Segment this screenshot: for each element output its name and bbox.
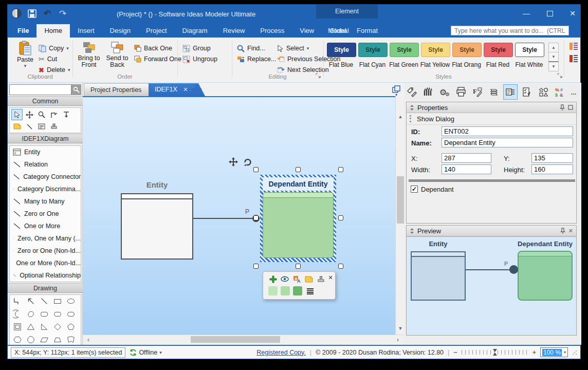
menu-process[interactable]: Process [252,24,292,38]
x-field[interactable] [442,153,491,163]
zoom-slider[interactable] [462,350,528,355]
editing-dialog-launcher[interactable] [315,72,322,80]
section-header-idef1x[interactable]: IDEF1XDiagram [8,134,83,143]
move-handle-icon[interactable] [229,157,238,166]
menu-home[interactable]: Home [36,24,70,38]
entity-shape[interactable] [121,193,193,260]
close-button[interactable]: ✕ [565,8,580,19]
section-header-common[interactable]: Common [8,96,83,106]
toolbox-search-input[interactable] [9,84,71,95]
copy-button[interactable]: Copy▾ [39,44,69,53]
dependant-entity-shape[interactable] [263,192,334,258]
shape-triangle-tool[interactable] [25,321,37,333]
style-set-icon[interactable] [569,42,578,51]
palette-item-category-connector[interactable]: Category Connector [10,171,81,183]
duplicate-view-icon[interactable]: ▾ [392,85,405,99]
replace-button[interactable]: Replace... [237,54,276,64]
menu-project[interactable]: Project [138,24,174,38]
resize-grip[interactable] [572,350,577,355]
name-field[interactable] [442,138,573,147]
properties-panel-header[interactable]: Properties [407,102,576,113]
menu-review[interactable]: Review [215,24,253,38]
send-to-back-button[interactable]: Send to Back [104,41,130,68]
command-search-input[interactable] [451,26,569,35]
toolbox-search-button[interactable] [71,84,81,95]
menu-view[interactable]: View [292,24,322,38]
shape-rectangle-tool[interactable] [51,295,64,307]
style-swatch-flat-white[interactable]: Style [515,43,544,57]
panel-splitter[interactable] [409,179,575,182]
tag-edit-icon[interactable] [405,84,419,100]
shape-polyline-tool[interactable] [11,295,24,307]
maximize-panel-icon[interactable] [568,105,573,110]
shape-banner-tool[interactable] [65,334,77,346]
style-swatch-flat-yellow[interactable]: Style [421,43,450,57]
width-field[interactable] [442,164,491,174]
canvas-vertical-scrollbar[interactable]: ▲ ▼ [395,96,405,335]
section-header-drawing[interactable]: Drawing [8,283,83,293]
offline-status[interactable]: Offline ▾ [130,349,161,356]
menu-design[interactable]: Design [102,24,138,38]
show-dialog-button[interactable]: Show Dialog [407,113,576,125]
relationship-connector[interactable] [193,218,256,219]
dependant-checkbox[interactable]: ✓ [411,186,418,193]
palette-item-entity[interactable]: c Entity [10,146,81,158]
palette-item-zero-or-one-non-id[interactable]: Zero or One (Non-Id... [10,245,81,257]
canvas-horizontal-scrollbar[interactable]: ‹ › [83,335,405,344]
gears-icon[interactable]: ⚙⚙ [437,84,452,100]
element-properties-icon[interactable] [503,84,518,100]
styles-scroll-up[interactable]: ▲ [548,43,559,52]
shape-stadium-tool[interactable] [65,308,77,320]
styles-dialog-launcher[interactable] [557,72,564,80]
maximize-button[interactable] [542,8,558,19]
shape-hexagon-tool[interactable] [11,334,24,346]
stamp-icon[interactable] [316,274,325,284]
resize-handle-w[interactable] [253,215,259,220]
scroll-down-icon[interactable]: ▼ [396,324,405,332]
stamp-tool[interactable] [48,121,60,132]
scroll-up-icon[interactable]: ▲ [396,113,405,121]
palette-item-zero-or-one[interactable]: Zero or One [10,208,81,220]
zoom-tool[interactable] [36,109,47,120]
resize-handle-se[interactable] [338,264,343,269]
forward-one-button[interactable]: Forward One [134,54,181,64]
y-field[interactable] [531,153,573,163]
id-field[interactable] [442,126,573,136]
palette-item-many-to-many[interactable]: Many to Many [10,195,81,208]
diagram-canvas[interactable]: Entity P Dependant Entity [83,96,395,335]
checklist-icon[interactable] [520,84,534,100]
resize-handle-nw[interactable] [253,167,259,172]
zoom-out-button[interactable]: − [453,349,457,356]
ungroup-button[interactable]: Ungroup [182,54,217,64]
select-tool[interactable] [11,109,23,120]
resize-handle-e[interactable] [338,215,343,220]
palette-item-zero-one-or-many[interactable]: Zero, One or Many (... [10,232,81,245]
cut-button[interactable]: ✂ Cut [39,54,57,64]
note-icon[interactable] [304,274,314,284]
app-logo-icon[interactable] [11,8,22,19]
printer-icon[interactable] [454,84,468,100]
zoom-in-button[interactable]: + [532,349,536,356]
shape-right-triangle-tool[interactable] [38,321,50,333]
style-swatch-flat-cyan[interactable]: Style [358,43,388,57]
shape-arrow-tool[interactable] [25,295,37,307]
shape-line-tool[interactable] [38,295,50,307]
palette-item-one-or-more[interactable]: One or More [10,220,81,232]
toolbar-overflow-icon[interactable]: ... [568,84,579,100]
back-one-button[interactable]: Back One [134,44,172,53]
pin-icon[interactable] [560,228,565,234]
shape-rounded-rectangle-tool[interactable] [38,308,50,320]
preview-panel-header[interactable]: Preview ✕ [407,226,576,236]
shape-framed-rectangle-tool[interactable] [11,321,24,333]
text-tool[interactable] [36,121,47,132]
style-set-alt-icon[interactable] [569,54,578,63]
resize-handle-n[interactable] [296,167,301,172]
shape-ellipse-tool[interactable] [65,295,77,307]
palette-item-category-discriminator[interactable]: Category Discrimina... [10,183,81,195]
height-field[interactable] [531,164,573,174]
menu-format[interactable]: Format [349,24,385,38]
palette-item-relation[interactable]: Relation [10,158,81,171]
shape-trapezoid-tool[interactable] [51,334,64,346]
note-tool[interactable] [11,121,23,132]
menu-insert[interactable]: Insert [70,24,102,38]
